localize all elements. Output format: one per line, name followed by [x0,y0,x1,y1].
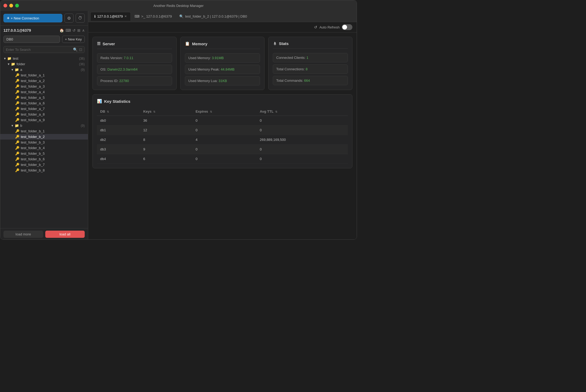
table-cell-avg_ttl: 269,889,169,500 [257,135,348,145]
list-item[interactable]: 🔑test_folder_b_8 [0,168,88,173]
refresh-cycle-icon: ↺ [314,25,317,29]
tab-key[interactable]: 🔍 test_folder_b_2 | 127.0.0.1@6379 | DB0 [176,12,251,21]
list-item[interactable]: 🔑test_folder_b_1 [0,128,88,134]
col-header-keys[interactable]: Keys ⇅ [140,107,192,116]
auto-refresh-toggle[interactable] [342,24,352,30]
tree-label: test [13,56,18,60]
search-input[interactable] [6,48,71,52]
tab-close-icon[interactable]: ✕ [124,15,127,18]
table-row: db3900 [97,145,348,154]
list-item[interactable]: 🔑test_folder_a_1 [0,72,88,78]
maximize-button[interactable] [15,4,19,7]
stat-label: Total Commands: [276,79,304,83]
stats-icon: 🕯 [273,41,277,46]
list-item[interactable]: 🔑test_folder_a_3 [0,84,88,89]
col-header-expires[interactable]: Expires ⇅ [192,107,257,116]
tree-item-folder[interactable]: ▾ 📁 folder (36) [0,61,88,67]
load-all-button[interactable]: load all [45,231,85,238]
table-cell-avg_ttl: 0 [257,116,348,125]
list-item[interactable]: 🔑test_folder_b_6 [0,156,88,162]
used-memory-lua-stat: Used Memory Lua: 31KB [185,76,260,85]
sidebar-tree: ▾ 📁 test (36) ▾ 📁 folder (36) ▾ 📁 [0,55,88,228]
settings-button[interactable]: ⚙ [64,14,74,23]
key-icon: 🔑 [15,146,19,150]
key-icon: 🔑 [15,90,19,94]
key-icon: 🔑 [15,118,19,122]
history-icon: ⏱ [78,16,82,21]
col-header-avg-ttl[interactable]: Avg TTL ⇅ [257,107,348,116]
titlebar: Another Redis Desktop Manager [0,0,357,11]
new-connection-button[interactable]: + + New Connection [3,14,62,22]
server-icon: ☰ [97,41,100,46]
content-header: ↺ Auto Refresh [88,22,357,32]
table-cell-db: db2 [97,135,140,145]
key-statistics-card: 📊 Key Statistics DB ⇅ Keys ⇅ [92,94,352,168]
table-cell-expires: 4 [192,135,257,145]
terminal-icon[interactable]: ⌨ [66,28,71,32]
tab-label: 127.0.0.1@6379 [97,14,123,18]
tab-info[interactable]: ℹ 127.0.0.1@6379 ✕ [90,12,131,21]
table-cell-keys: 9 [140,145,192,154]
list-item[interactable]: 🔑test_folder_b_5 [0,151,88,156]
connection-actions: 🏠 ⌨ ↺ ⊞ ∧ [59,28,85,32]
table-row: db4600 [97,154,348,164]
process-id-stat: Process ID: 22780 [97,76,172,85]
list-item[interactable]: 🔑test_folder_b_7 [0,162,88,168]
search-input-wrap: 🔍 ⊡ [3,46,85,53]
sort-icon: ⇅ [107,110,109,113]
home-icon[interactable]: 🏠 [59,28,64,32]
tree-label: b [20,124,22,128]
refresh-icon[interactable]: ↺ [72,28,76,32]
key-icon: 🔑 [15,84,19,88]
tree-count: (36) [79,57,85,60]
collapse-icon[interactable]: ∧ [82,28,85,32]
list-item[interactable]: 🔑test_folder_a_7 [0,106,88,112]
total-commands-stat: Total Commands: 664 [273,76,348,85]
total-connections-stat: Total Connections: 8 [273,64,348,74]
list-item[interactable]: 🔑test_folder_b_4 [0,145,88,151]
chevron-down-icon: ▾ [11,124,13,128]
os-value: Darwin22.3.0arm64 [107,67,137,71]
col-header-db[interactable]: DB ⇅ [97,107,140,116]
connection-header: 127.0.0.1@6379 🏠 ⌨ ↺ ⊞ ∧ [0,26,88,34]
table-cell-db: db0 [97,116,140,125]
tree-item-test[interactable]: ▾ 📁 test (36) [0,56,88,61]
db-selector[interactable]: DB0 DB1 DB2 DB3 [3,36,60,43]
stats-card-title: 🕯 Stats [273,41,348,49]
content-area: ℹ 127.0.0.1@6379 ✕ ⌨ >_ 127.0.0.1@6379 🔍… [88,11,357,240]
tab-label: test_folder_b_2 | 127.0.0.1@6379 | DB0 [185,14,247,18]
new-key-button[interactable]: + New Key [62,36,85,43]
tab-terminal[interactable]: ⌨ >_ 127.0.0.1@6379 [131,12,176,21]
table-cell-db: db4 [97,154,140,164]
search-area: 🔍 ⊡ [0,44,88,55]
minimize-button[interactable] [9,4,13,7]
stat-label: Used Memory: [188,56,212,60]
key-icon: 🔑 [15,163,19,167]
list-item[interactable]: 🔑test_folder_a_6 [0,100,88,106]
tree-item-b[interactable]: ▾ 📁 b (9) [0,123,88,128]
search-icon: 🔍 [179,14,184,18]
sort-icon: ⇅ [275,110,277,113]
used-memory-value: 3.91MB [212,56,224,60]
process-id-value: 22780 [119,79,129,83]
grid-icon[interactable]: ⊞ [77,28,80,32]
list-item-selected[interactable]: 🔑test_folder_b_2 [0,134,88,140]
tab-label: >_ 127.0.0.1@6379 [141,14,172,18]
history-button[interactable]: ⏱ [76,14,85,23]
list-item[interactable]: 🔑test_folder_b_3 [0,140,88,145]
list-item[interactable]: 🔑test_folder_a_9 [0,117,88,123]
close-button[interactable] [3,4,7,7]
key-icon: 🔑 [15,96,19,100]
table-cell-avg_ttl: 0 [257,154,348,164]
list-item[interactable]: 🔑test_folder_a_4 [0,89,88,95]
memory-icon: 📋 [185,41,190,46]
search-icon: 🔍 [73,47,78,52]
stat-label: Total Connections: [276,67,306,71]
key-icon: 🔑 [15,152,19,156]
tree-item-a[interactable]: ▾ 📁 a (9) [0,67,88,72]
connected-clients-value: 1 [306,56,308,60]
list-item[interactable]: 🔑test_folder_a_2 [0,78,88,84]
list-item[interactable]: 🔑test_folder_a_8 [0,112,88,117]
load-more-button[interactable]: load more [3,231,43,238]
list-item[interactable]: 🔑test_folder_a_5 [0,95,88,100]
